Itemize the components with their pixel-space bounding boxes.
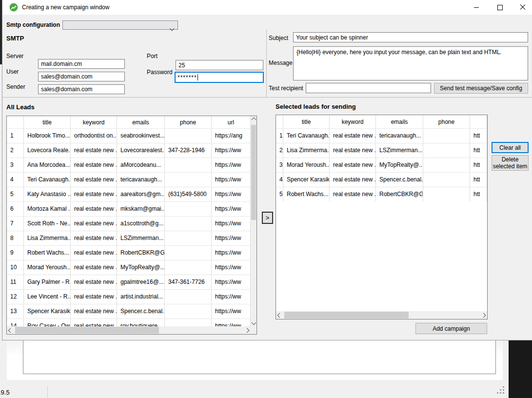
table-row[interactable]: 13Spencer Karasik...real estate new ...S… <box>7 304 251 318</box>
table-row[interactable]: 9Robert Wachs...real estate new ...Rober… <box>7 245 251 260</box>
table-row[interactable]: 6Mortoza Kamal ...real estate new ...mks… <box>7 201 251 216</box>
close-icon <box>520 4 526 10</box>
port-input[interactable] <box>176 60 263 70</box>
cell-keyword: real estate new ... <box>71 202 117 216</box>
move-selected-button[interactable]: > <box>262 212 273 224</box>
all-leads-vscrollbar[interactable] <box>251 116 256 326</box>
desktop-dark-area <box>509 340 532 398</box>
cell-title: Teri Cavanaugh... <box>24 173 71 187</box>
sender-input[interactable] <box>38 84 125 94</box>
table-row[interactable]: 7Scott Roth - Ne...real estate new ...a1… <box>7 216 251 231</box>
col-url[interactable]: url <box>212 116 251 128</box>
cell-emails: RobertCBKR@G... <box>117 246 165 260</box>
col-title[interactable]: title <box>283 115 330 128</box>
scroll-left-icon[interactable] <box>276 311 283 319</box>
table-row[interactable]: 5Katy Anastasio ...real estate new ...aa… <box>7 187 251 201</box>
subject-input[interactable] <box>293 32 528 42</box>
cell-num: 12 <box>7 290 24 304</box>
table-row[interactable]: 3Ana Morcodea...real estate new ...aMorc… <box>7 158 251 172</box>
table-row[interactable]: 4Spencer Karasik...real estate new ...Sp… <box>276 172 487 187</box>
smtp-configuration-label: Smtp configuration <box>6 21 60 28</box>
user-input[interactable] <box>38 72 125 81</box>
selected-leads-table[interactable]: title keyword emails phone 1Teri Cavanau… <box>276 115 488 319</box>
table-row[interactable]: 5Robert Wachs...real estate new ...Rober… <box>276 187 487 201</box>
cell-url: https://ww <box>212 231 251 245</box>
cell-emails: MyTopRealty@... <box>376 158 423 172</box>
all-leads-table[interactable]: title keyword emails phone url 1Holbrook… <box>6 116 257 335</box>
table-row[interactable]: 2Lisa Zimmerma...real estate new ...LSZi… <box>276 143 487 158</box>
col-phone[interactable]: phone <box>165 116 212 128</box>
statusbar-divider <box>47 386 48 398</box>
scroll-up-icon[interactable] <box>251 116 256 123</box>
cell-emails: Spencer.c.benal... <box>376 173 423 187</box>
selected-leads-hscrollbar[interactable] <box>276 311 487 319</box>
all-leads-hscrollbar[interactable] <box>7 326 251 334</box>
cell-num: 5 <box>276 187 283 201</box>
cell-url: htt <box>470 143 487 158</box>
scroll-right-icon[interactable] <box>480 311 487 319</box>
table-row[interactable]: 10Morad Yeroush...real estate new ...MyT… <box>7 260 251 275</box>
cell-emails: RobertCBKR@G... <box>376 187 423 201</box>
clear-all-button[interactable]: Clear all <box>492 142 529 153</box>
smtp-configuration-select[interactable] <box>62 20 178 30</box>
message-input[interactable]: {Hello|Hi} everyone, here you input your… <box>293 46 528 80</box>
send-test-message-button[interactable]: Send test message/Save config <box>434 83 528 94</box>
hscroll-thumb[interactable] <box>284 312 409 318</box>
col-url[interactable] <box>470 115 487 128</box>
titlebar[interactable]: Creating a new campaign window <box>2 0 532 15</box>
cell-emails: artist.industrial... <box>117 290 165 304</box>
cell-phone <box>423 173 470 187</box>
server-input[interactable] <box>38 59 125 69</box>
test-recipient-input[interactable] <box>306 83 431 93</box>
delete-selected-item-button[interactable]: Delete selected item <box>492 155 529 171</box>
cell-title: Gary Palmer - R... <box>24 275 71 289</box>
table-row[interactable]: 4Teri Cavanaugh...real estate new ...ter… <box>7 172 251 187</box>
all-leads-heading: All Leads <box>6 103 35 111</box>
vscroll-thumb[interactable] <box>251 125 256 220</box>
app-chart-icon <box>9 3 18 12</box>
cell-emails: aMorcodeanu... <box>117 158 165 172</box>
chevron-down-icon <box>170 23 174 32</box>
scroll-left-icon[interactable] <box>7 326 14 334</box>
add-campaign-button[interactable]: Add campaign <box>415 323 487 334</box>
resize-grip-icon[interactable] <box>497 386 505 394</box>
selected-leads-header: title keyword emails phone <box>276 115 487 128</box>
table-row[interactable]: 8Lisa Zimmerma...real estate new ...LSZi… <box>7 231 251 245</box>
table-row[interactable]: 1Teri Cavanaugh...real estate new ...ter… <box>276 128 487 143</box>
col-emails[interactable]: emails <box>376 115 423 128</box>
cell-title: Ana Morcodea... <box>24 158 71 172</box>
panel-separator-vertical <box>266 29 267 97</box>
cell-keyword: real estate new ... <box>330 129 376 143</box>
cell-url: https://ang <box>212 129 251 143</box>
cell-url: https://ww <box>212 246 251 260</box>
minimize-button[interactable] <box>465 0 487 15</box>
cell-title: Katy Anastasio ... <box>24 187 71 201</box>
maximize-button[interactable] <box>489 0 511 15</box>
cell-num: 2 <box>276 143 283 158</box>
table-row[interactable]: 12Lee Vincent - R...real estate new ...a… <box>7 289 251 304</box>
cell-emails: LSZimmerman... <box>117 231 165 245</box>
hscroll-thumb[interactable] <box>15 327 159 334</box>
col-keyword[interactable]: keyword <box>330 115 376 128</box>
cell-url: https://ww <box>212 260 251 275</box>
col-title[interactable]: title <box>24 116 71 128</box>
password-input[interactable]: ******* <box>175 72 264 83</box>
cell-phone <box>423 158 470 172</box>
col-keyword[interactable]: keyword <box>71 116 117 128</box>
cell-title: Robert Wachs... <box>24 246 71 260</box>
table-row[interactable]: 2Lovecora Reale...real estate new ...Lov… <box>7 143 251 158</box>
table-row[interactable]: 14Roy Casey - Ow...real estate new ...ro… <box>7 318 251 326</box>
cell-title: Lee Vincent - R... <box>24 290 71 304</box>
cell-emails: mkskarn@gmai... <box>117 202 165 216</box>
table-row[interactable]: 11Gary Palmer - R...real estate new ...g… <box>7 275 251 289</box>
table-row[interactable]: 1Holbrook Timo...orthodontist on...seabr… <box>7 128 251 143</box>
cell-title: Holbrook Timo... <box>24 129 71 143</box>
scroll-down-icon[interactable] <box>251 319 256 326</box>
cell-title: Lisa Zimmerma... <box>283 143 330 158</box>
col-phone[interactable]: phone <box>423 115 470 128</box>
close-button[interactable] <box>512 0 532 15</box>
minimize-icon <box>474 7 479 8</box>
col-emails[interactable]: emails <box>117 116 165 128</box>
scroll-right-icon[interactable] <box>243 326 251 334</box>
table-row[interactable]: 3Morad Yeroush...real estate new ...MyTo… <box>276 158 487 172</box>
